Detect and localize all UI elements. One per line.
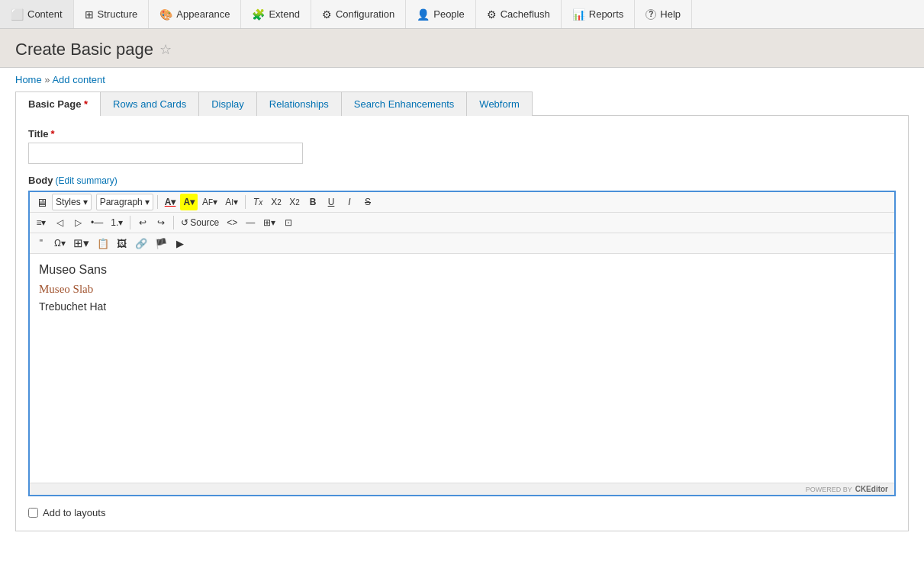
nav-label-extend: Extend bbox=[269, 8, 299, 20]
nav-item-people[interactable]: 👤 People bbox=[406, 0, 475, 28]
nav-label-structure: Structure bbox=[98, 8, 138, 20]
nav-item-reports[interactable]: 📊 Reports bbox=[562, 0, 636, 28]
edit-summary-link[interactable]: (Edit summary) bbox=[56, 175, 118, 186]
maximize-button[interactable]: ⊡ bbox=[280, 214, 297, 231]
powered-by-text: POWERED BY bbox=[806, 486, 852, 493]
tab-basic-page[interactable]: Basic Page * bbox=[15, 91, 101, 116]
configuration-icon: ⚙ bbox=[322, 8, 332, 21]
breadcrumb: Home » Add content bbox=[0, 68, 924, 91]
sep2 bbox=[245, 195, 246, 209]
font-color-button[interactable]: A▾ bbox=[162, 194, 179, 210]
paragraph-chevron: ▾ bbox=[145, 197, 150, 207]
numbered-list-button[interactable]: 1.▾ bbox=[108, 214, 126, 231]
nav-label-appearance: Appearance bbox=[176, 8, 230, 20]
toolbar-row-3: " Ω▾ ⊞▾ 📋 🖼 🔗 🏴 ▶ bbox=[30, 233, 894, 254]
underline-button[interactable]: U bbox=[323, 194, 340, 210]
tab-webform[interactable]: Webform bbox=[466, 91, 533, 116]
editor-content-area[interactable]: Museo Sans Museo Slab Trebuchet Hat bbox=[30, 254, 894, 483]
title-input[interactable] bbox=[28, 143, 303, 164]
add-layouts-section: Add to layouts bbox=[28, 507, 896, 518]
font-family-button[interactable]: AI▾ bbox=[222, 194, 241, 210]
flag-button[interactable]: 🏴 bbox=[152, 235, 170, 252]
top-navigation: ⬜ Content ⊞ Structure 🎨 Appearance 🧩 Ext… bbox=[0, 0, 924, 29]
table-button[interactable]: ⊞▾ bbox=[260, 214, 278, 231]
nav-item-content[interactable]: ⬜ Content bbox=[0, 0, 74, 28]
tab-search-enhancements[interactable]: Search Enhancements bbox=[341, 91, 468, 116]
tab-display[interactable]: Display bbox=[198, 91, 257, 116]
body-field-label: Body (Edit summary) bbox=[28, 175, 896, 186]
bold-button[interactable]: B bbox=[304, 194, 321, 210]
italic-button[interactable]: I bbox=[341, 194, 358, 210]
ck-editor-logo: CKEditor bbox=[855, 485, 888, 493]
clear-format-button[interactable]: Tx bbox=[250, 194, 266, 210]
tab-rows-and-cards[interactable]: Rows and Cards bbox=[100, 91, 199, 116]
sep1 bbox=[157, 195, 158, 209]
strikethrough-button[interactable]: S bbox=[359, 194, 376, 210]
title-field-label: Title * bbox=[28, 128, 896, 140]
form-tabs: Basic Page * Rows and Cards Display Rela… bbox=[15, 91, 909, 116]
breadcrumb-home[interactable]: Home bbox=[15, 74, 42, 85]
form-area: Title * Body (Edit summary) 🖥 Styles ▾ P… bbox=[15, 116, 909, 531]
nav-label-configuration: Configuration bbox=[336, 8, 394, 20]
redo-button[interactable]: ↪ bbox=[153, 214, 169, 231]
favorite-star[interactable]: ☆ bbox=[159, 41, 172, 58]
bullet-list-button[interactable]: •— bbox=[88, 214, 106, 231]
nav-label-reports: Reports bbox=[589, 8, 624, 20]
source-button[interactable]: ↺ Source bbox=[178, 214, 222, 231]
bg-color-button[interactable]: A▾ bbox=[180, 194, 198, 210]
extend-icon: 🧩 bbox=[252, 8, 265, 21]
nav-item-appearance[interactable]: 🎨 Appearance bbox=[149, 0, 241, 28]
ckeditor-footer: POWERED BY CKEditor bbox=[30, 483, 894, 495]
font-size-button[interactable]: AF▾ bbox=[199, 194, 221, 210]
paste-text-button[interactable]: 📋 bbox=[94, 235, 112, 252]
tab-relationships[interactable]: Relationships bbox=[256, 91, 342, 116]
hr-button[interactable]: — bbox=[242, 214, 259, 231]
paragraph-dropdown[interactable]: Paragraph ▾ bbox=[96, 194, 153, 210]
styles-dropdown[interactable]: Styles ▾ bbox=[52, 194, 92, 210]
structure-icon: ⊞ bbox=[85, 8, 94, 21]
breadcrumb-add-content[interactable]: Add content bbox=[52, 74, 105, 85]
cacheflush-icon: ⚙ bbox=[487, 8, 497, 21]
nav-item-help[interactable]: ? Help bbox=[635, 0, 692, 28]
code-button[interactable]: <> bbox=[224, 214, 240, 231]
page-header: Create Basic page ☆ bbox=[0, 29, 924, 68]
templates-button[interactable]: ⊞▾ bbox=[70, 235, 92, 252]
source-icon: ↺ bbox=[181, 217, 188, 228]
nav-item-configuration[interactable]: ⚙ Configuration bbox=[311, 0, 406, 28]
nav-item-extend[interactable]: 🧩 Extend bbox=[241, 0, 311, 28]
nav-label-content: Content bbox=[27, 8, 63, 20]
appearance-icon: 🎨 bbox=[159, 8, 172, 21]
superscript-button[interactable]: X2 bbox=[286, 194, 303, 210]
indent-button[interactable]: ▷ bbox=[69, 214, 86, 231]
nav-label-cacheflush: Cacheflush bbox=[501, 8, 550, 20]
outdent-button[interactable]: ◁ bbox=[51, 214, 68, 231]
align-button[interactable]: ≡▾ bbox=[33, 214, 50, 231]
link-button[interactable]: 🔗 bbox=[132, 235, 150, 252]
sep4 bbox=[173, 216, 174, 229]
main-content: Basic Page * Rows and Cards Display Rela… bbox=[0, 91, 924, 547]
toolbar-monitor-icon[interactable]: 🖥 bbox=[33, 194, 50, 210]
toolbar-row-1: 🖥 Styles ▾ Paragraph ▾ A▾ A▾ AF▾ AI▾ Tx … bbox=[30, 192, 894, 213]
image-button[interactable]: 🖼 bbox=[114, 235, 130, 252]
reports-icon: 📊 bbox=[572, 8, 585, 21]
help-icon: ? bbox=[646, 9, 656, 20]
media-button[interactable]: ▶ bbox=[172, 235, 188, 252]
nav-item-structure[interactable]: ⊞ Structure bbox=[74, 0, 150, 28]
blockquote-button[interactable]: " bbox=[33, 235, 50, 252]
breadcrumb-separator: » bbox=[44, 74, 50, 85]
nav-label-people: People bbox=[433, 8, 464, 20]
nav-label-help: Help bbox=[660, 8, 681, 20]
people-icon: 👤 bbox=[417, 8, 430, 21]
add-to-layouts-label: Add to layouts bbox=[43, 507, 105, 518]
special-char-button[interactable]: Ω▾ bbox=[51, 235, 69, 252]
sep3 bbox=[130, 216, 130, 229]
styles-chevron: ▾ bbox=[83, 197, 88, 207]
add-to-layouts-checkbox[interactable] bbox=[28, 508, 38, 518]
toolbar-row-2: ≡▾ ◁ ▷ •— 1.▾ ↩ ↪ ↺ Source <> — ⊞▾ ⊡ bbox=[30, 213, 894, 233]
ckeditor: 🖥 Styles ▾ Paragraph ▾ A▾ A▾ AF▾ AI▾ Tx … bbox=[28, 191, 896, 496]
page-title: Create Basic page ☆ bbox=[15, 40, 909, 59]
subscript-button[interactable]: X2 bbox=[268, 194, 285, 210]
content-icon: ⬜ bbox=[11, 8, 24, 21]
undo-button[interactable]: ↩ bbox=[134, 214, 151, 231]
nav-item-cacheflush[interactable]: ⚙ Cacheflush bbox=[476, 0, 562, 28]
